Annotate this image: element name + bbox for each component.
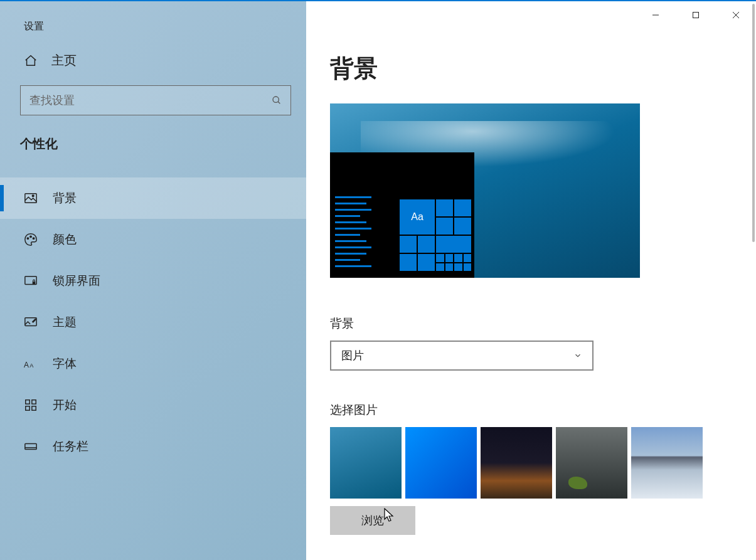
minimize-button[interactable] — [636, 1, 676, 29]
category-header: 个性化 — [0, 133, 306, 177]
dropdown-value: 图片 — [341, 348, 364, 363]
nav-item-themes[interactable]: 主题 — [0, 302, 306, 343]
svg-text:A: A — [24, 361, 29, 369]
nav-item-label: 开始 — [53, 397, 77, 413]
svg-rect-16 — [26, 400, 29, 404]
window-controls — [636, 1, 756, 29]
theme-icon — [24, 315, 38, 329]
svg-rect-18 — [26, 406, 29, 410]
preview-tile-aa: Aa — [400, 199, 435, 235]
home-label: 主页 — [51, 52, 77, 69]
svg-line-5 — [278, 102, 280, 103]
nav-item-label: 背景 — [53, 190, 77, 206]
nav-item-taskbar[interactable]: 任务栏 — [0, 426, 306, 467]
thumbnail-storm-tent[interactable] — [556, 427, 627, 499]
nav-item-label: 锁屏界面 — [53, 273, 100, 289]
svg-point-10 — [33, 238, 34, 239]
picture-thumbnails — [330, 427, 756, 499]
nav-item-label: 任务栏 — [53, 438, 88, 455]
search-input-container[interactable] — [20, 85, 291, 115]
svg-rect-1 — [693, 13, 699, 18]
font-icon: AA — [24, 357, 38, 371]
page-title: 背景 — [330, 53, 756, 85]
desktop-preview: Aa — [330, 103, 640, 278]
thumbnail-night-camp[interactable] — [481, 427, 552, 499]
choose-picture-label: 选择图片 — [330, 402, 756, 418]
nav-item-label: 颜色 — [53, 231, 77, 248]
svg-rect-17 — [32, 400, 36, 404]
preview-start-overlay: Aa — [330, 152, 474, 278]
home-icon — [24, 54, 38, 68]
chevron-down-icon — [573, 351, 582, 360]
app-title: 设置 — [0, 13, 306, 52]
nav-item-label: 字体 — [53, 356, 77, 372]
svg-rect-19 — [32, 406, 36, 410]
svg-rect-12 — [33, 282, 36, 285]
preview-start-list — [335, 192, 373, 272]
svg-point-7 — [32, 195, 34, 197]
svg-point-4 — [273, 97, 279, 102]
nav-item-background[interactable]: 背景 — [0, 177, 306, 219]
palette-icon — [24, 233, 38, 246]
taskbar-icon — [24, 440, 38, 453]
maximize-button[interactable] — [676, 1, 716, 29]
preview-tiles: Aa — [399, 199, 473, 272]
browse-button[interactable]: 浏览 — [330, 506, 415, 535]
maximize-icon — [692, 11, 700, 19]
background-type-dropdown[interactable]: 图片 — [330, 341, 594, 371]
thumbnail-underwater[interactable] — [330, 427, 402, 499]
nav-list: 背景 颜色 锁屏界面 主题 — [0, 177, 306, 467]
svg-point-9 — [30, 236, 31, 237]
minimize-icon — [652, 11, 659, 19]
start-icon — [24, 398, 38, 412]
nav-item-colors[interactable]: 颜色 — [0, 219, 306, 260]
nav-item-lockscreen[interactable]: 锁屏界面 — [0, 260, 306, 302]
content-area: 背景 — [306, 1, 756, 560]
search-icon — [272, 95, 282, 105]
nav-item-fonts[interactable]: AA 字体 — [0, 343, 306, 384]
close-button[interactable] — [716, 1, 756, 29]
lockscreen-icon — [24, 274, 38, 288]
background-section-label: 背景 — [330, 315, 756, 332]
svg-rect-20 — [25, 443, 36, 449]
sidebar: 设置 主页 个性化 背景 — [0, 1, 306, 560]
thumbnail-windows-blue[interactable] — [405, 427, 477, 499]
svg-text:A: A — [29, 362, 34, 369]
search-input[interactable] — [29, 94, 272, 107]
thumbnail-beach-mountain[interactable] — [631, 427, 703, 499]
scrollbar[interactable] — [752, 4, 755, 242]
nav-item-start[interactable]: 开始 — [0, 384, 306, 426]
nav-item-label: 主题 — [53, 314, 77, 330]
image-icon — [24, 191, 38, 205]
close-icon — [732, 11, 740, 19]
svg-point-8 — [27, 238, 28, 239]
home-link[interactable]: 主页 — [0, 52, 306, 85]
